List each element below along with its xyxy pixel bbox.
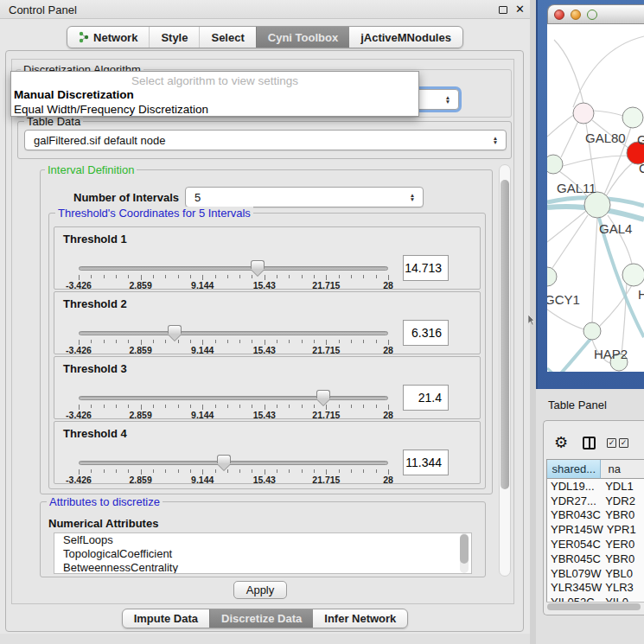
shared-name-cell[interactable]: YPR145W <box>547 523 603 536</box>
network-edge-highlighted[interactable] <box>547 368 573 372</box>
checkbox-icon[interactable]: ✓ <box>619 438 628 448</box>
threshold-value-field[interactable]: 6.316 <box>403 320 449 346</box>
attribute-list-item[interactable]: SelfLoops <box>54 533 471 547</box>
slider-track[interactable] <box>79 266 388 271</box>
name-cell[interactable]: YLR3 <box>602 581 644 594</box>
network-node[interactable] <box>622 264 644 286</box>
threshold-value-field[interactable]: 11.344 <box>403 450 449 475</box>
name-cell[interactable]: YER0 <box>602 538 644 551</box>
attributes-list-scrollbar[interactable] <box>460 533 469 573</box>
network-node[interactable] <box>547 155 563 174</box>
shared-name-cell[interactable]: YBL079W <box>547 567 602 580</box>
algorithm-option-manual[interactable]: Manual Discretization <box>14 88 134 101</box>
threshold-value-field[interactable]: 14.713 <box>403 255 449 281</box>
network-node[interactable] <box>622 107 643 128</box>
table-panel-title: Table Panel <box>548 399 607 411</box>
node-attribute-table[interactable]: shared... na YDL19...YDL1YDR27...YDR2YBR… <box>546 459 644 609</box>
gear-icon[interactable]: ⚙ <box>554 433 568 452</box>
tab-discretize-data[interactable]: Discretize Data <box>209 609 313 628</box>
network-node[interactable] <box>547 267 557 286</box>
shared-name-cell[interactable]: YDR27... <box>547 494 602 507</box>
slider-scale-label: 2.859 <box>122 345 160 355</box>
tab-jactivemnodules[interactable]: jActiveMNodules <box>349 27 462 48</box>
name-cell[interactable]: YPR1 <box>603 523 644 536</box>
network-edge[interactable] <box>599 285 632 327</box>
slider-thumb[interactable] <box>316 390 330 399</box>
table-row[interactable]: YBR043CYBR0 <box>547 508 644 523</box>
scrollbar-thumb[interactable] <box>501 180 509 489</box>
zoom-traffic-light[interactable] <box>587 10 597 20</box>
minimize-traffic-light[interactable] <box>571 10 581 20</box>
tab-infer-network[interactable]: Infer Network <box>313 609 407 628</box>
table-row[interactable]: YDL19...YDL1 <box>547 479 644 494</box>
network-edge-highlighted[interactable] <box>547 337 592 372</box>
name-cell[interactable]: YBL0 <box>602 567 644 580</box>
network-node[interactable] <box>573 103 594 124</box>
slider-tick <box>178 275 179 278</box>
tab-network[interactable]: Network <box>67 27 149 48</box>
network-edge[interactable] <box>573 36 644 107</box>
table-row[interactable]: YPR145WYPR1 <box>547 522 644 537</box>
threshold-value-field[interactable]: 21.4 <box>403 385 449 411</box>
attribute-list-item[interactable]: BetweennessCentrality <box>54 561 471 574</box>
name-cell[interactable]: YBR0 <box>602 552 644 565</box>
shared-name-cell[interactable]: YER054C <box>547 538 602 551</box>
tab-impute-data[interactable]: Impute Data <box>123 609 209 628</box>
tab-style[interactable]: Style <box>149 27 199 48</box>
settings-vertical-scrollbar[interactable] <box>499 164 511 577</box>
control-panel-window: Control Panel ✕ NetworkStyleSelectCyni T… <box>0 0 530 634</box>
slider-tick <box>314 469 315 473</box>
shared-name-cell[interactable]: YLR345W <box>547 581 602 594</box>
table-row[interactable]: YDR27...YDR2 <box>547 494 644 508</box>
network-edge[interactable] <box>561 121 578 157</box>
algorithm-option-equal-width[interactable]: Equal Width/Frequency Discretization <box>14 103 208 116</box>
name-cell[interactable]: YDL1 <box>602 480 644 493</box>
columns-icon[interactable] <box>583 437 596 450</box>
table-row[interactable]: YER054CYER0 <box>547 537 644 552</box>
table-row[interactable]: YBR045CYBR0 <box>547 552 644 566</box>
network-window-titlebar[interactable] <box>547 4 644 24</box>
slider-scale-label: -3.426 <box>60 280 98 290</box>
table-horizontal-scrollbar[interactable] <box>546 602 644 610</box>
shared-name-cell[interactable]: YBR045C <box>547 552 602 565</box>
attribute-list-item[interactable]: TopologicalCoefficient <box>54 547 471 561</box>
slider-thumb[interactable] <box>217 455 231 463</box>
slider-thumb[interactable] <box>168 325 182 334</box>
number-of-intervals-combobox[interactable]: 5 ▲▼ <box>185 187 424 207</box>
close-traffic-light[interactable] <box>554 10 564 20</box>
close-icon[interactable]: ✕ <box>515 3 525 16</box>
network-canvas[interactable]: GAL80G.GAL11CGAL4GCY1HHAP2 <box>547 24 644 372</box>
slider-scale-label: 2.859 <box>122 410 160 420</box>
column-header-shared-name[interactable]: shared... <box>547 460 601 479</box>
float-window-icon[interactable] <box>499 6 507 14</box>
table-row[interactable]: YLR345WYLR3 <box>547 581 644 596</box>
numerical-attributes-list[interactable]: SelfLoopsTopologicalCoefficientBetweenne… <box>54 532 472 574</box>
slider-track[interactable] <box>79 396 388 400</box>
tab-select[interactable]: Select <box>199 27 255 48</box>
tab-cyni-toolbox[interactable]: Cyni Toolbox <box>256 27 349 48</box>
slider-scale-label: 9.144 <box>183 345 221 355</box>
column-header-name[interactable]: na <box>601 460 644 479</box>
network-edge[interactable] <box>547 309 584 329</box>
scrollbar-thumb[interactable] <box>547 603 641 610</box>
table-row[interactable]: YBL079WYBL0 <box>547 566 644 581</box>
scrollbar-thumb[interactable] <box>460 534 469 564</box>
apply-button[interactable]: Apply <box>233 581 287 599</box>
slider-tick <box>165 275 166 278</box>
network-edge[interactable] <box>593 111 623 116</box>
network-edge[interactable] <box>606 163 633 196</box>
name-cell[interactable]: YDR2 <box>602 494 644 507</box>
slider-track[interactable] <box>79 331 388 335</box>
name-cell[interactable]: YBR0 <box>602 508 644 521</box>
shared-name-cell[interactable]: YDL19... <box>547 480 602 493</box>
network-node[interactable] <box>583 322 601 340</box>
table-data-combobox[interactable]: galFiltered.sif default node ▲▼ <box>24 130 507 150</box>
network-edge[interactable] <box>592 218 597 322</box>
slider-thumb[interactable] <box>251 260 265 269</box>
network-node[interactable] <box>584 192 610 218</box>
network-edge[interactable] <box>552 215 588 268</box>
slider-track[interactable] <box>79 461 388 465</box>
network-edge[interactable] <box>547 114 575 137</box>
shared-name-cell[interactable]: YBR043C <box>547 508 602 521</box>
checkbox-icon[interactable]: ✓ <box>607 438 616 448</box>
